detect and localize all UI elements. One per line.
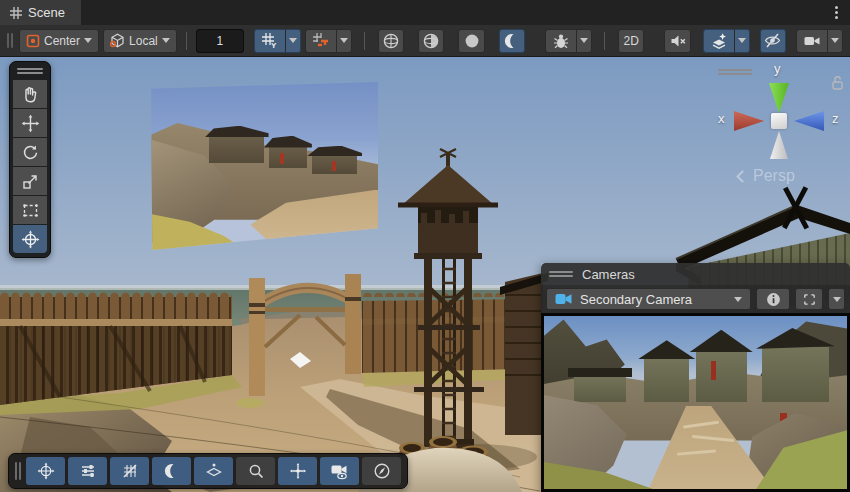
chevron-down-icon	[162, 38, 170, 43]
scene-viewport[interactable]: Persp y x z	[0, 57, 850, 492]
lighting-crescent-icon	[163, 462, 181, 480]
tab-scene[interactable]: Scene	[0, 0, 81, 25]
pivot-mode-label: Center	[44, 34, 80, 48]
orientation-mode-dropdown[interactable]: Local	[103, 29, 177, 53]
pivot-mode-dropdown[interactable]: Center	[19, 29, 99, 53]
chevron-left-icon	[736, 170, 749, 183]
cameras-panel-header[interactable]: Cameras	[541, 263, 850, 285]
camera-select-dropdown[interactable]: Secondary Camera	[546, 288, 751, 310]
visibility-toggle[interactable]	[760, 29, 786, 53]
toolbar-drag-handle[interactable]	[7, 33, 13, 48]
compass-button[interactable]	[362, 457, 401, 485]
axis-x-cone[interactable]	[734, 111, 764, 131]
pivot-center-icon	[26, 34, 40, 48]
info-icon	[766, 292, 781, 307]
search-button[interactable]	[236, 457, 275, 485]
tools-drag-handle[interactable]	[17, 68, 43, 74]
rotate-tool-button[interactable]	[13, 138, 47, 166]
flares-toggle[interactable]	[458, 29, 484, 53]
camera-view-icon	[330, 462, 349, 481]
axis-x-label[interactable]: x	[718, 111, 725, 126]
grid-snap-y-icon: Y	[261, 32, 278, 49]
debug-mode-dropdown[interactable]	[576, 29, 592, 53]
visibility-eye-off-icon	[763, 31, 782, 50]
audio-toggle[interactable]	[664, 29, 690, 53]
chevron-down-icon	[833, 297, 841, 302]
unlock-icon[interactable]	[831, 75, 844, 90]
lighting-toggle-button[interactable]	[152, 457, 191, 485]
effects-toggle[interactable]	[703, 29, 734, 53]
scene-overlay-toolbar	[8, 453, 408, 489]
axis-down-cone[interactable]	[770, 131, 788, 159]
cameras-drag-handle[interactable]	[549, 269, 573, 279]
skybox-globe-icon	[382, 32, 400, 50]
scene-lighting-crescent-icon	[503, 32, 521, 50]
scale-tool-button[interactable]	[13, 167, 47, 195]
camera-preview-image	[541, 313, 850, 492]
orientation-cube-icon	[110, 33, 125, 48]
cameras-overlay-button[interactable]	[320, 457, 359, 485]
gizmo-center-cube[interactable]	[771, 113, 787, 129]
scene-camera-dropdown[interactable]	[827, 29, 843, 53]
debug-bug-icon	[552, 32, 570, 50]
fog-globe-icon	[422, 32, 440, 50]
snap-increment-button[interactable]	[305, 29, 336, 53]
snap-increment-dropdown[interactable]	[336, 29, 352, 53]
move-tool-button[interactable]	[13, 109, 47, 137]
grid-snap-toggle[interactable]: Y	[254, 29, 285, 53]
move-cross-icon	[289, 462, 307, 480]
move-tool-icon	[21, 114, 40, 133]
gizmo-drag-handle[interactable]	[718, 67, 752, 77]
fog-toggle[interactable]	[418, 29, 444, 53]
scene-toolbar: Center Local Y	[0, 25, 850, 57]
camera-frustum-preview	[150, 82, 378, 250]
grid-size-input[interactable]	[196, 29, 244, 53]
grid-snap-dropdown[interactable]	[285, 29, 301, 53]
mode-2d-button[interactable]: 2D	[618, 29, 644, 53]
transform-tool-button[interactable]	[13, 225, 47, 253]
rect-tool-icon	[21, 201, 40, 220]
move-overlay-button[interactable]	[278, 457, 317, 485]
hand-tool-button[interactable]	[13, 80, 47, 108]
svg-text:Y: Y	[271, 41, 277, 49]
scene-tab-grid-icon	[10, 7, 22, 19]
camera-info-button[interactable]	[756, 288, 790, 310]
flares-circle-icon	[463, 32, 481, 50]
toolbar-separator	[604, 32, 605, 50]
axis-y-label[interactable]: y	[774, 61, 781, 76]
unity-scene-view-window: Scene Center Local	[0, 0, 850, 492]
orientation-gizmo[interactable]: y x z	[712, 59, 848, 169]
camera-panel-dropdown[interactable]	[828, 288, 845, 310]
rotate-tool-icon	[21, 143, 40, 162]
cameras-panel-controls: Secondary Camera	[541, 285, 850, 313]
debug-mode-button[interactable]	[545, 29, 576, 53]
tab-title: Scene	[28, 5, 65, 20]
projection-label: Persp	[753, 167, 795, 185]
tool-settings-icon	[79, 462, 97, 480]
transform-gizmo-button[interactable]	[26, 457, 65, 485]
gizmos-prism-icon	[205, 462, 223, 480]
skybox-toggle[interactable]	[378, 29, 404, 53]
tool-settings-button[interactable]	[68, 457, 107, 485]
scene-camera-button[interactable]	[796, 29, 827, 53]
gizmos-toggle-button[interactable]	[194, 457, 233, 485]
tab-bar: Scene	[0, 0, 850, 25]
effects-dropdown[interactable]	[734, 29, 750, 53]
overlay-toolbar-drag-handle[interactable]	[15, 462, 21, 480]
axis-z-label[interactable]: z	[832, 111, 839, 126]
camera-select-label: Secondary Camera	[580, 292, 692, 307]
axis-z-cone[interactable]	[794, 111, 824, 131]
grid-visibility-button[interactable]	[110, 457, 149, 485]
chevron-down-icon	[84, 38, 92, 43]
toolbar-separator	[186, 32, 187, 50]
effects-sparkle-icon	[710, 32, 728, 50]
scene-lighting-toggle[interactable]	[499, 29, 525, 53]
overflow-menu-icon[interactable]	[823, 0, 850, 25]
grid-visibility-icon	[121, 462, 139, 480]
projection-indicator[interactable]: Persp	[738, 167, 795, 185]
hand-tool-icon	[21, 85, 40, 104]
axis-y-cone[interactable]	[769, 83, 789, 113]
camera-fullscreen-button[interactable]	[795, 288, 823, 310]
rect-tool-button[interactable]	[13, 196, 47, 224]
transform-tool-icon	[21, 230, 40, 249]
